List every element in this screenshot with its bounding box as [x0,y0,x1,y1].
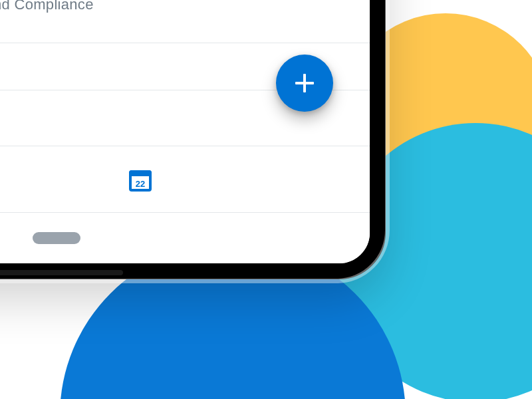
new-event-fab[interactable] [276,55,333,112]
calendar-button[interactable]: 22 [126,167,154,195]
svg-rect-5 [295,82,314,84]
bottom-app-bar: 22 [0,149,370,213]
plus-icon [293,72,316,94]
event-location-text: X1050 Launch Team / Legal and Compliance [0,0,94,13]
calendar-date-number: 22 [136,180,145,188]
phone-screen: X1050 Launch Team / Legal and Compliance… [0,0,370,263]
phone-frame: X1050 Launch Team / Legal and Compliance… [0,0,386,279]
android-nav-bar [0,212,370,263]
calendar-icon: 22 [129,170,152,192]
nav-home-pill[interactable] [33,232,80,244]
event-location-row: X1050 Launch Team / Legal and Compliance [0,0,370,13]
phone-speaker-slot [0,270,123,275]
